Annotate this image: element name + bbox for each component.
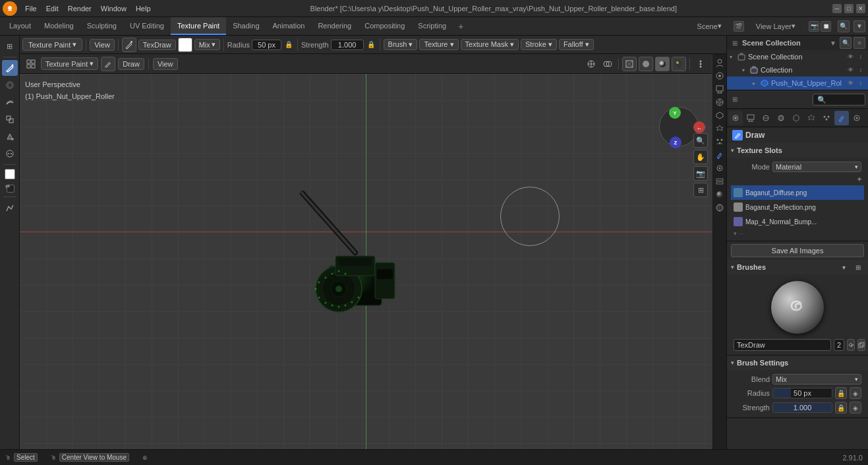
rsi-modifier-icon[interactable]: [714, 123, 726, 135]
bs-radius-pressure-icon[interactable]: ◈: [850, 387, 861, 399]
maximize-button[interactable]: □: [844, 4, 854, 13]
col-vis2-icon[interactable]: ↕: [856, 65, 865, 75]
menu-file[interactable]: File: [21, 3, 41, 14]
tab-scripting[interactable]: Scripting: [411, 17, 453, 35]
menu-render[interactable]: Render: [64, 3, 96, 14]
brush-settings-header[interactable]: ▾ Brush Settings: [727, 356, 868, 370]
radius-input[interactable]: [252, 40, 281, 50]
strength-lock-icon[interactable]: 🔒: [366, 40, 376, 50]
brush-icon-header[interactable]: [122, 38, 136, 52]
strength-input[interactable]: [331, 40, 364, 50]
search-icon[interactable]: 🔍: [838, 20, 850, 32]
bs-radius-lock-icon[interactable]: 🔒: [835, 387, 847, 399]
color-swatch-header[interactable]: [178, 38, 192, 52]
tool-draw[interactable]: [2, 60, 18, 76]
blender-logo[interactable]: [3, 1, 17, 16]
rsi-output-icon[interactable]: [714, 83, 726, 95]
brush-selector[interactable]: Brush ▾: [384, 39, 418, 50]
shade-rendered-btn[interactable]: [672, 57, 686, 71]
gizmo-y[interactable]: Y: [669, 107, 681, 119]
brush-name-input[interactable]: [734, 339, 831, 351]
shade-material-btn[interactable]: [655, 57, 670, 71]
outliner-filter-icon[interactable]: ▼: [828, 38, 838, 47]
stroke-selector[interactable]: Stroke ▾: [521, 39, 557, 50]
bs-strength-pressure-icon[interactable]: ◈: [850, 402, 861, 414]
bs-strength-value[interactable]: 1.000: [772, 402, 832, 413]
foreground-color[interactable]: [5, 169, 15, 179]
brushes-grid-icon[interactable]: ⊞: [852, 261, 864, 273]
shade-solid-btn[interactable]: [639, 57, 653, 71]
outliner-search-icon[interactable]: 🔍: [840, 37, 852, 49]
tab-rendering[interactable]: Rendering: [311, 17, 358, 35]
prop-output-icon[interactable]: [743, 111, 758, 125]
viewport-mode-btn[interactable]: Texture Paint ▾: [41, 57, 98, 70]
editor-type-icon[interactable]: [24, 57, 38, 71]
zoom-in-btn[interactable]: 🔍: [693, 133, 708, 148]
rsi-constraint-icon[interactable]: [714, 162, 726, 174]
col-eye-icon[interactable]: 👁: [846, 65, 855, 75]
rsi-material-icon[interactable]: [714, 189, 726, 201]
swap-colors-icon[interactable]: ⇄: [5, 183, 10, 189]
tool-fill[interactable]: [2, 129, 18, 144]
menu-help[interactable]: Help: [132, 3, 155, 14]
tab-texture-paint[interactable]: Texture Paint: [171, 17, 226, 35]
ts-add-btn[interactable]: +: [855, 175, 864, 184]
camera-btn[interactable]: 📷: [693, 166, 708, 181]
save-all-images-btn[interactable]: Save All Images: [731, 244, 864, 257]
menu-edit[interactable]: Edit: [42, 3, 63, 14]
paint-mode-selector[interactable]: Texture Paint ▾: [22, 38, 82, 51]
rsi-view-icon[interactable]: [714, 96, 726, 108]
bs-radius-value[interactable]: 50 px: [772, 388, 832, 398]
brush-icon-vp[interactable]: [101, 57, 115, 71]
brushes-header[interactable]: ▾ Brushes ▾ ⊞: [727, 260, 868, 274]
vp-paint-btn[interactable]: Draw: [118, 58, 144, 70]
rsi-particles-icon[interactable]: [714, 136, 726, 148]
vis-select-icon[interactable]: ↕: [856, 52, 865, 61]
minimize-button[interactable]: ─: [832, 4, 842, 13]
texture-slot-3[interactable]: Map_4_Normal_Bump...: [731, 214, 864, 229]
outliner-collection[interactable]: ▾ Collection 👁 ↕: [727, 63, 868, 77]
prop-paint-active-icon[interactable]: [834, 111, 849, 125]
brush-copy-btn[interactable]: [857, 339, 865, 351]
prop-view-icon[interactable]: [759, 111, 773, 125]
texture-mask-selector[interactable]: Texture Mask ▾: [461, 39, 519, 50]
texture-selector[interactable]: Texture ▾: [419, 39, 458, 50]
menu-window[interactable]: Window: [97, 3, 130, 14]
ts-mode-select[interactable]: Material ▾: [772, 162, 861, 172]
mix-selector[interactable]: Mix ▾: [194, 39, 220, 50]
obj-vis2-icon[interactable]: ↕: [856, 78, 865, 88]
prop-world-icon[interactable]: [774, 111, 788, 125]
gizmo-z[interactable]: Z: [670, 137, 681, 148]
rsi-world-icon[interactable]: [714, 202, 726, 214]
viewport-overlay-icon[interactable]: [600, 57, 615, 71]
outliner-options-icon[interactable]: ≡: [854, 37, 865, 49]
texture-slot-2[interactable]: Baganut_Reflection.png: [731, 200, 864, 214]
shade-wire-btn[interactable]: [622, 57, 637, 71]
prop-search-input[interactable]: [813, 94, 865, 106]
tab-shading[interactable]: Shading: [226, 17, 266, 35]
outliner-editor-icon[interactable]: ⊞: [730, 38, 740, 48]
radius-lock-icon[interactable]: 🔒: [283, 40, 294, 50]
tool-smear[interactable]: [2, 94, 18, 110]
tab-compositing[interactable]: Compositing: [358, 17, 411, 35]
tab-sculpting[interactable]: Sculpting: [80, 17, 123, 35]
add-workspace-button[interactable]: +: [453, 17, 469, 35]
prop-editor-icon[interactable]: ⊞: [730, 94, 740, 105]
vp-view-menu[interactable]: View: [153, 58, 178, 70]
bs-strength-lock-icon[interactable]: 🔒: [835, 402, 847, 414]
filter-icon[interactable]: ▼: [854, 20, 865, 32]
prop-object-icon[interactable]: [789, 111, 803, 125]
falloff-selector[interactable]: Falloff ▾: [559, 39, 594, 50]
tab-animation[interactable]: Animation: [266, 17, 312, 35]
rsi-render-icon[interactable]: [714, 70, 726, 82]
toolbar-toggle[interactable]: ⊞: [2, 38, 18, 54]
grid-btn[interactable]: ⊞: [693, 183, 708, 197]
viewport-gizmo-icon[interactable]: [584, 57, 598, 71]
tool-annotate[interactable]: [2, 200, 18, 216]
viewport-options-icon[interactable]: [693, 57, 708, 71]
prop-render-icon[interactable]: [728, 111, 743, 125]
tool-soften[interactable]: [2, 77, 18, 93]
prop-constraint-icon[interactable]: [850, 111, 864, 125]
blend-select[interactable]: Mix ▾: [772, 374, 861, 385]
view-layer-selector[interactable]: View Layer ▾: [749, 22, 802, 30]
